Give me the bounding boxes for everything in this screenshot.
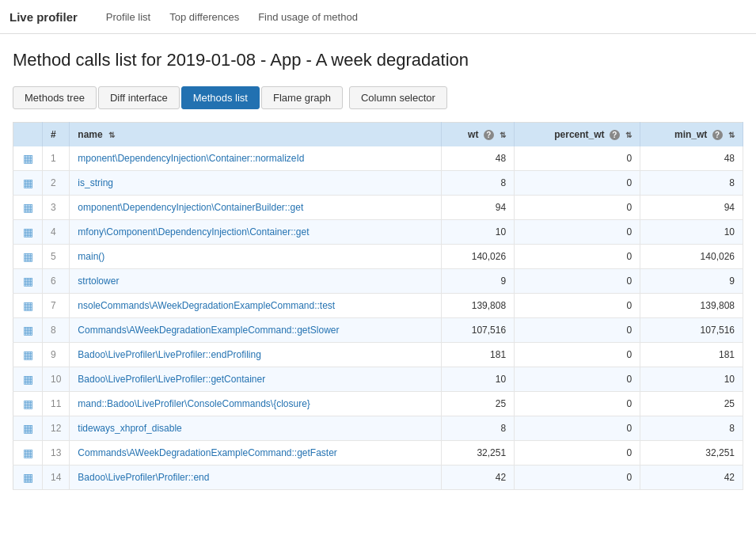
wt-help-icon: ? bbox=[484, 130, 494, 140]
row-index: 9 bbox=[43, 343, 70, 367]
row-index: 10 bbox=[43, 367, 70, 392]
table-row: 7nsoleCommands\AWeekDegradationExampleCo… bbox=[13, 294, 743, 318]
col-header-icon bbox=[13, 123, 43, 147]
row-wt: 8 bbox=[441, 171, 514, 196]
tab-flame-graph[interactable]: Flame graph bbox=[261, 86, 343, 109]
col-header-index: # bbox=[43, 123, 70, 147]
wt-sort-icon: ⇅ bbox=[500, 131, 506, 139]
row-name[interactable]: strtolower bbox=[70, 269, 441, 294]
chart-icon[interactable] bbox=[21, 299, 34, 310]
column-selector-button[interactable]: Column selector bbox=[349, 86, 447, 109]
row-chart-icon[interactable] bbox=[13, 146, 43, 171]
row-percent-wt: 0 bbox=[515, 146, 640, 171]
row-wt: 140,026 bbox=[441, 245, 514, 269]
table-row: 10Badoo\LiveProfiler\LiveProfiler::getCo… bbox=[13, 367, 743, 392]
row-name[interactable]: nsoleCommands\AWeekDegradationExampleCom… bbox=[70, 294, 441, 318]
row-chart-icon[interactable] bbox=[13, 416, 43, 441]
col-header-name[interactable]: name ⇅ bbox=[70, 123, 441, 147]
row-percent-wt: 0 bbox=[515, 269, 640, 294]
row-min-wt: 9 bbox=[640, 269, 743, 294]
row-min-wt: 42 bbox=[640, 466, 743, 490]
row-name[interactable]: main() bbox=[70, 245, 441, 269]
row-percent-wt: 0 bbox=[515, 441, 640, 466]
row-name[interactable]: omponent\DependencyInjection\ContainerBu… bbox=[70, 196, 441, 220]
nav-top-differences[interactable]: Top differences bbox=[160, 0, 249, 34]
chart-icon[interactable] bbox=[21, 177, 34, 188]
row-wt: 48 bbox=[441, 146, 514, 171]
row-name[interactable]: Commands\AWeekDegradationExampleCommand:… bbox=[70, 441, 441, 466]
row-chart-icon[interactable] bbox=[13, 269, 43, 294]
row-min-wt: 8 bbox=[640, 416, 743, 441]
row-name[interactable]: mponent\DependencyInjection\Container::n… bbox=[70, 146, 441, 171]
row-name[interactable]: mand::Badoo\LiveProfiler\ConsoleCommands… bbox=[70, 392, 441, 416]
min-wt-help-icon: ? bbox=[712, 130, 723, 140]
row-wt: 9 bbox=[441, 269, 514, 294]
brand-title: Live profiler bbox=[9, 10, 78, 24]
row-index: 5 bbox=[43, 245, 70, 269]
row-name[interactable]: Badoo\LiveProfiler\LiveProfiler::getCont… bbox=[70, 367, 441, 392]
main-content: Method calls list for 2019-01-08 - App -… bbox=[0, 34, 756, 506]
name-sort-icon: ⇅ bbox=[108, 131, 115, 139]
row-index: 2 bbox=[43, 171, 70, 196]
col-header-wt[interactable]: wt ? ⇅ bbox=[441, 123, 514, 147]
row-chart-icon[interactable] bbox=[13, 367, 43, 392]
row-wt: 94 bbox=[441, 196, 514, 220]
table-row: 11mand::Badoo\LiveProfiler\ConsoleComman… bbox=[13, 392, 743, 416]
row-name[interactable]: Badoo\LiveProfiler\Profiler::end bbox=[70, 466, 441, 490]
row-percent-wt: 0 bbox=[515, 466, 640, 490]
table-row: 14Badoo\LiveProfiler\Profiler::end42042 bbox=[13, 466, 743, 490]
col-header-percent-wt[interactable]: percent_wt ? ⇅ bbox=[515, 123, 640, 147]
row-min-wt: 8 bbox=[640, 171, 743, 196]
row-percent-wt: 0 bbox=[515, 318, 640, 343]
nav-find-usage[interactable]: Find usage of method bbox=[249, 0, 367, 34]
row-chart-icon[interactable] bbox=[13, 245, 43, 269]
chart-icon[interactable] bbox=[21, 226, 34, 237]
col-header-min-wt[interactable]: min_wt ? ⇅ bbox=[640, 123, 743, 147]
row-min-wt: 10 bbox=[640, 220, 743, 245]
row-chart-icon[interactable] bbox=[13, 392, 43, 416]
row-chart-icon[interactable] bbox=[13, 441, 43, 466]
row-chart-icon[interactable] bbox=[13, 466, 43, 490]
tab-methods-tree[interactable]: Methods tree bbox=[13, 86, 97, 109]
row-index: 7 bbox=[43, 294, 70, 318]
row-name[interactable]: mfony\Component\DependencyInjection\Cont… bbox=[70, 220, 441, 245]
row-chart-icon[interactable] bbox=[13, 220, 43, 245]
row-chart-icon[interactable] bbox=[13, 196, 43, 220]
row-chart-icon[interactable] bbox=[13, 343, 43, 367]
chart-icon[interactable] bbox=[21, 275, 34, 286]
row-chart-icon[interactable] bbox=[13, 294, 43, 318]
row-min-wt: 32,251 bbox=[640, 441, 743, 466]
tab-diff-interface[interactable]: Diff interface bbox=[98, 86, 180, 109]
page-title: Method calls list for 2019-01-08 - App -… bbox=[13, 50, 743, 70]
row-index: 13 bbox=[43, 441, 70, 466]
row-chart-icon[interactable] bbox=[13, 171, 43, 196]
row-percent-wt: 0 bbox=[515, 171, 640, 196]
row-name[interactable]: Badoo\LiveProfiler\LiveProfiler::endProf… bbox=[70, 343, 441, 367]
row-name[interactable]: Commands\AWeekDegradationExampleCommand:… bbox=[70, 318, 441, 343]
chart-icon[interactable] bbox=[21, 250, 34, 261]
row-index: 6 bbox=[43, 269, 70, 294]
min-wt-sort-icon: ⇅ bbox=[728, 131, 735, 139]
tab-methods-list[interactable]: Methods list bbox=[181, 86, 260, 109]
row-wt: 32,251 bbox=[441, 441, 514, 466]
percent-wt-sort-icon: ⇅ bbox=[625, 131, 632, 139]
table-row: 2is_string808 bbox=[13, 171, 743, 196]
nav-profile-list[interactable]: Profile list bbox=[97, 0, 160, 34]
chart-icon[interactable] bbox=[21, 373, 34, 384]
chart-icon[interactable] bbox=[21, 471, 34, 482]
row-name[interactable]: tideways_xhprof_disable bbox=[70, 416, 441, 441]
chart-icon[interactable] bbox=[21, 201, 34, 212]
row-index: 12 bbox=[43, 416, 70, 441]
row-chart-icon[interactable] bbox=[13, 318, 43, 343]
row-wt: 10 bbox=[441, 367, 514, 392]
chart-icon[interactable] bbox=[21, 397, 34, 408]
row-percent-wt: 0 bbox=[515, 220, 640, 245]
chart-icon[interactable] bbox=[21, 446, 34, 458]
chart-icon[interactable] bbox=[21, 348, 34, 359]
chart-icon[interactable] bbox=[21, 152, 34, 163]
table-row: 12tideways_xhprof_disable808 bbox=[13, 416, 743, 441]
table-row: 9Badoo\LiveProfiler\LiveProfiler::endPro… bbox=[13, 343, 743, 367]
chart-icon[interactable] bbox=[21, 324, 34, 335]
chart-icon[interactable] bbox=[21, 422, 34, 433]
row-name[interactable]: is_string bbox=[70, 171, 441, 196]
